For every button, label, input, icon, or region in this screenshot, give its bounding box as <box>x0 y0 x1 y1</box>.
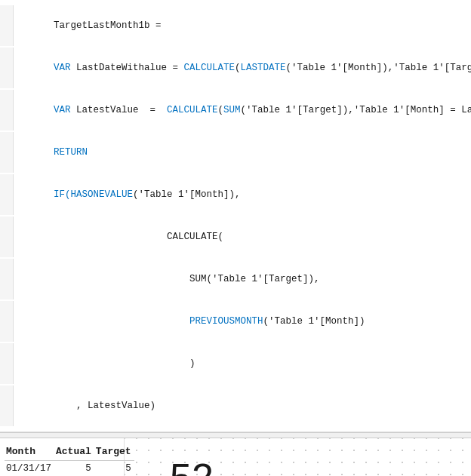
line-gutter <box>0 217 14 257</box>
col-header-actual: Actual <box>54 444 94 461</box>
section-divider <box>0 432 471 438</box>
code-line-7: SUM('Table 1'[Target]), <box>0 258 471 300</box>
line-gutter <box>0 48 14 88</box>
code-content: ) <box>14 343 195 384</box>
line-gutter <box>0 385 14 426</box>
code-editor: TargetLastMonth1b = VAR LastDateWithalue… <box>0 0 471 432</box>
code-content: SUM('Table 1'[Target]), <box>14 259 320 299</box>
code-line-2: VAR LastDateWithalue = CALCULATE(LASTDAT… <box>0 47 471 89</box>
code-line-1: TargetLastMonth1b = <box>0 5 471 47</box>
code-line-9: ) <box>0 342 471 385</box>
line-gutter <box>0 301 14 342</box>
code-line-8: PREVIOUSMONTH('Table 1'[Month]) <box>0 300 471 342</box>
data-table-area: Month Actual Target 01/31/175502/28/1712… <box>0 438 125 476</box>
code-line-3: VAR LatestValue = CALCULATE(SUM('Table 1… <box>0 89 471 131</box>
code-content: CALCULATE( <box>14 217 223 257</box>
cell-month: 01/31/17 <box>5 461 54 477</box>
data-section: Month Actual Target 01/31/175502/28/1712… <box>0 438 471 476</box>
data-table: Month Actual Target 01/31/175502/28/1712… <box>5 444 134 476</box>
code-line-5: IF(HASONEVALUE('Table 1'[Month]), <box>0 174 471 216</box>
table-header-row: Month Actual Target <box>5 444 134 461</box>
line-gutter <box>0 132 14 173</box>
code-content: PREVIOUSMONTH('Table 1'[Month]) <box>14 301 365 342</box>
line-gutter <box>0 343 14 384</box>
cell-actual: 5 <box>54 461 94 477</box>
code-content: , LatestValue) <box>14 385 155 426</box>
table-row: 01/31/1755 <box>5 461 134 477</box>
line-gutter <box>0 259 14 299</box>
line-gutter <box>0 174 14 215</box>
actual-kpi-value: 52 <box>170 456 214 476</box>
line-gutter <box>0 90 14 131</box>
code-content: IF(HASONEVALUE('Table 1'[Month]), <box>14 174 241 215</box>
code-content: VAR LatestValue = CALCULATE(SUM('Table 1… <box>14 90 471 131</box>
code-line-4: RETURN <box>0 131 471 174</box>
code-content: VAR LastDateWithalue = CALCULATE(LASTDAT… <box>14 48 471 88</box>
code-line-6: CALCULATE( <box>0 216 471 258</box>
code-line-10: , LatestValue) <box>0 385 471 427</box>
code-content: TargetLastMonth1b = <box>14 5 167 46</box>
line-gutter <box>0 5 14 46</box>
kpi-area: 52 ActualLastMonth... 90 TargetLastMonth… <box>125 438 471 476</box>
col-header-month: Month <box>5 444 54 461</box>
code-content: RETURN <box>14 132 88 173</box>
